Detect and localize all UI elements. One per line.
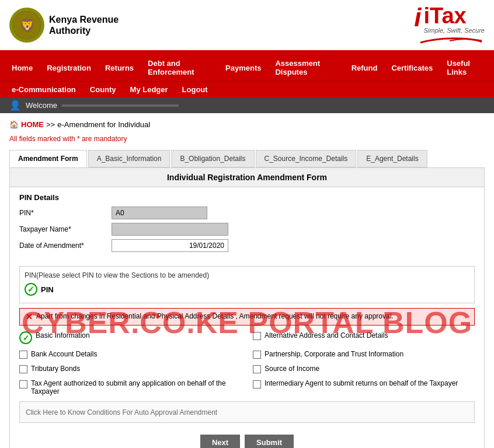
bank-checkbox[interactable] [19,351,27,359]
basic-info-label: Basic Information [36,331,90,340]
taxpayer-label: Taxpayer Name* [19,225,107,233]
next-button[interactable]: Next [200,435,240,448]
pin-checkbox-row: ✓ PIN [25,283,469,296]
itax-i: i [414,5,421,30]
tax-agent-label: Tax Agent authorized to submit any appli… [31,379,241,396]
kra-name-line1: Kenya Revenue [49,14,119,25]
source-checkbox[interactable] [253,365,261,373]
pin-details-section: PIN Details PIN* Taxpayer Name* Date of … [10,187,484,261]
date-label: Date of Amendment* [19,242,107,250]
buttons-row: Next Submit [10,428,484,448]
nav-debt[interactable]: Debt and Enforcement [141,54,218,81]
nav-myledger[interactable]: My Ledger [123,82,175,97]
checkbox-grid: ✓ Basic Information Alternative Address … [19,330,475,397]
nav-certificates[interactable]: Certificates [384,59,440,77]
tab-agent[interactable]: E_Agent_Details [357,150,427,167]
auto-approval[interactable]: Click Here to Know Conditions For Auto A… [19,401,475,423]
welcome-username [62,104,179,107]
tab-obligation[interactable]: B_Obligation_Details [171,150,254,167]
pin-input[interactable] [112,206,207,219]
info-message: ✕ Apart from changes in Residential and … [19,308,475,326]
pin-details-title: PIN Details [19,193,475,202]
breadcrumb-current: e-Amendment for Individual [57,120,150,129]
kra-name-line2: Authority [49,25,119,36]
home-icon: 🏠 [9,120,19,129]
pin-check-icon: ✓ [27,285,34,294]
nav-assessment[interactable]: Assessment Disputes [268,54,344,81]
nav-primary: Home Registration Returns Debt and Enfor… [0,54,494,81]
svg-text:🦁: 🦁 [19,18,36,33]
pin-selection-section: PIN(Please select PIN to view the Sectio… [19,266,475,303]
tabs-container: Amendment Form A_Basic_Information B_Obl… [9,150,485,167]
date-input[interactable] [112,239,228,252]
itax-logo: i iTax Simple, Swift, Secure [414,5,485,46]
taxpayer-input[interactable] [112,223,228,236]
form-area: Individual Registration Amendment Form C… [9,167,485,448]
checkbox-partnership: Partnership, Corporate and Trust Informa… [253,349,475,360]
user-icon: 👤 [9,100,21,111]
checkboxes-section: ✓ Basic Information Alternative Address … [19,330,475,397]
submit-button[interactable]: Submit [245,435,294,448]
header: 🦁 Kenya Revenue Authority i iTax Simple,… [0,0,494,52]
checkbox-tax-agent: Tax Agent authorized to submit any appli… [19,378,241,397]
nav-logout[interactable]: Logout [175,82,215,97]
itax-tagline: Simple, Swift, Secure [423,27,485,34]
tab-source-income[interactable]: C_Source_Income_Details [256,150,357,167]
mandatory-note: All fields marked with * are mandatory [9,135,485,143]
info-message-text: Apart from changes in Residential and Ph… [36,312,394,320]
pin-label: PIN* [19,209,107,217]
nav-ecommunication[interactable]: e-Communication [5,82,83,97]
basic-info-check-icon: ✓ [23,334,29,342]
nav-county[interactable]: County [83,82,123,97]
nav-payments[interactable]: Payments [218,59,268,77]
nav-home[interactable]: Home [5,59,40,77]
checkbox-tributary: Tributary Bonds [19,363,241,374]
checkbox-source: Source of Income [253,363,475,374]
itax-brand: iTax [423,5,485,27]
partnership-label: Partnership, Corporate and Trust Informa… [265,350,403,358]
tab-basic-info[interactable]: A_Basic_Information [88,150,171,167]
welcome-label: Welcome [26,101,57,110]
intermediary-checkbox[interactable] [253,380,261,388]
tributary-label: Tributary Bonds [31,365,80,373]
date-row: Date of Amendment* [19,239,475,252]
nav-secondary: e-Communication County My Ledger Logout [0,81,494,97]
tributary-checkbox[interactable] [19,365,27,373]
kra-logo: 🦁 Kenya Revenue Authority [9,8,119,43]
checkbox-basic-info: ✓ Basic Information [19,330,241,345]
taxpayer-row: Taxpayer Name* [19,223,475,236]
info-x-icon: ✕ [26,312,33,321]
itax-swoosh [415,34,485,46]
form-title: Individual Registration Amendment Form [10,168,484,187]
nav-registration[interactable]: Registration [40,59,98,77]
pin-checkbox-label: PIN [41,285,54,294]
form-body: CYBER.CO.KE PORTAL BLOG PIN Details PIN*… [10,187,484,448]
auto-approval-text: Click Here to Know Conditions For Auto A… [26,408,217,416]
pin-row: PIN* [19,206,475,219]
kra-lion-icon: 🦁 [9,8,44,43]
intermediary-label: Intermediary Agent to submit returns on … [265,379,458,387]
main-content: 🏠 HOME >> e-Amendment for Individual All… [0,113,494,448]
nav-refund[interactable]: Refund [345,59,385,77]
welcome-bar: 👤 Welcome [0,97,494,113]
alt-address-checkbox[interactable] [253,332,261,340]
kra-text: Kenya Revenue Authority [49,14,119,36]
checkbox-alt-address: Alternative Address and Contact Details [253,330,475,345]
tax-agent-checkbox[interactable] [19,380,27,388]
checkbox-bank: Bank Account Details [19,349,241,360]
tab-amendment-form[interactable]: Amendment Form [9,150,87,167]
pin-checkbox-circle[interactable]: ✓ [25,283,37,296]
basic-info-circle[interactable]: ✓ [19,331,32,344]
partnership-checkbox[interactable] [253,351,261,359]
breadcrumb-home[interactable]: HOME [21,120,44,129]
bank-label: Bank Account Details [31,350,97,358]
source-label: Source of Income [265,365,319,373]
nav-returns[interactable]: Returns [98,59,141,77]
breadcrumb: 🏠 HOME >> e-Amendment for Individual [9,120,485,129]
checkbox-intermediary: Intermediary Agent to submit returns on … [253,378,475,397]
alt-address-label: Alternative Address and Contact Details [265,331,388,340]
pin-selection-title: PIN(Please select PIN to view the Sectio… [25,271,469,279]
breadcrumb-separator: >> [46,120,55,129]
nav-useful[interactable]: Useful Links [440,54,489,81]
